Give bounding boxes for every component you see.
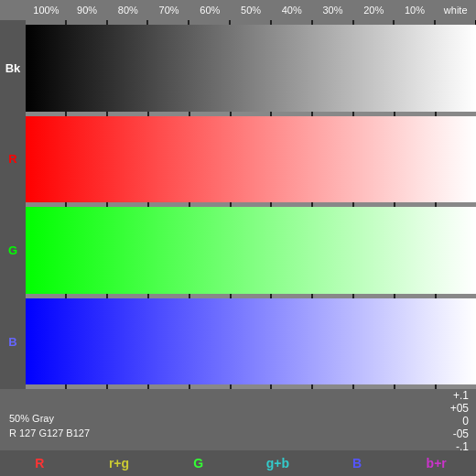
pct-label-90: 90% (67, 5, 108, 16)
pct-label-80: 80% (107, 5, 148, 16)
b-row: B (0, 298, 476, 385)
b-label: B (0, 298, 26, 385)
channel-bplusr: b+r (396, 456, 476, 471)
g-gradient (26, 207, 476, 294)
scale-plus05: +05 (450, 402, 469, 415)
bk-gradient (26, 25, 476, 112)
scale-zero: 0 (462, 415, 469, 427)
g-label: G (0, 207, 26, 294)
bottom-gray-section: 50% Gray R 127 G127 B127 +.1 +05 0 -05 -… (0, 389, 476, 476)
g-row: G (0, 207, 476, 294)
gray-area: 50% Gray R 127 G127 B127 +.1 +05 0 -05 -… (0, 389, 476, 450)
pct-label-20: 20% (353, 5, 395, 16)
channel-labels-row: R r+g G g+b B b+r (0, 450, 476, 476)
percentage-labels-row: 100% 90% 80% 70% 60% 50% 40% 30% 20% 10%… (0, 0, 476, 20)
pct-label-10: 10% (395, 5, 436, 16)
pct-label-100: 100% (26, 5, 67, 16)
channel-b: B (318, 456, 397, 471)
gray-info: 50% Gray R 127 G127 B127 (9, 411, 90, 441)
pct-label-30: 30% (312, 5, 353, 16)
channel-r: R (0, 456, 80, 471)
pct-label-60: 60% (189, 5, 231, 16)
main-container: 100% 90% 80% 70% 60% 50% 40% 30% 20% 10%… (0, 0, 476, 476)
pct-label-70: 70% (148, 5, 189, 16)
scale-plus1: +.1 (453, 389, 469, 402)
scale-minus05: -05 (453, 427, 469, 440)
b-gradient (26, 298, 476, 385)
scale-labels: +.1 +05 0 -05 -.1 (450, 389, 469, 450)
r-label: R (0, 116, 26, 203)
pct-label-50: 50% (231, 5, 272, 16)
channel-g: G (158, 456, 238, 471)
scale-minus1: -.1 (456, 440, 469, 453)
r-row: R (0, 116, 476, 203)
r-gradient (26, 116, 476, 203)
pct-label-white: white (435, 5, 476, 16)
channel-rplusg: r+g (80, 456, 159, 471)
channel-gplusb: g+b (238, 456, 318, 471)
gray-label: 50% Gray (9, 411, 90, 427)
bk-label: Bk (0, 25, 26, 112)
gray-values: R 127 G127 B127 (9, 426, 90, 441)
pct-label-40: 40% (271, 5, 312, 16)
bk-row: Bk (0, 25, 476, 112)
